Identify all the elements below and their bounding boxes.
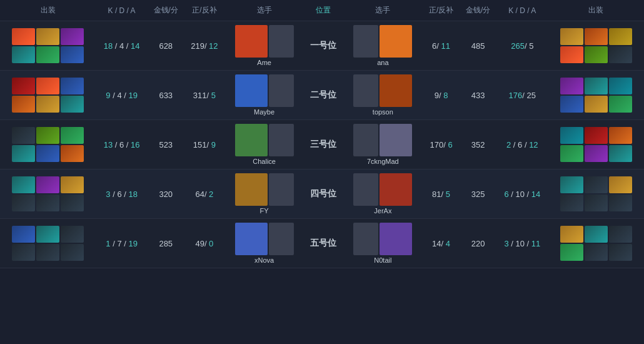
cs-right: 81/ 5: [423, 169, 460, 219]
header-items-left: 出装: [0, 0, 96, 21]
item-slot: [609, 96, 632, 113]
item-slot: [560, 176, 583, 193]
position: 三号位: [304, 120, 343, 169]
player-portraits: [353, 124, 412, 156]
hero-portrait: [235, 74, 268, 107]
cs-left: 64/ 2: [184, 169, 224, 219]
player-name: Ame: [257, 59, 271, 66]
item-slot: [12, 226, 35, 243]
header-gold-left: 金钱/分: [148, 0, 184, 21]
item-slot: [36, 96, 59, 113]
player-name: FY: [260, 207, 269, 215]
kda-right: 265/ 5: [496, 21, 548, 71]
cs-left: 151/ 9: [184, 120, 224, 169]
item-slot: [560, 78, 583, 94]
player-portrait: [269, 124, 294, 156]
item-slot: [61, 127, 84, 144]
items-left: [0, 219, 96, 268]
item-slot: [560, 127, 583, 144]
gold-left: 628: [148, 21, 184, 71]
item-slot: [61, 28, 84, 45]
item-slot: [61, 195, 84, 211]
gold-right: 352: [460, 120, 496, 169]
hero-portrait: [380, 25, 412, 58]
player-cell-right: 7ckngMad: [346, 124, 420, 165]
kda-right: 176/ 25: [496, 71, 548, 120]
kda-left: 13 / 6 / 16: [96, 120, 148, 169]
item-slot: [12, 78, 35, 94]
player-portraits: [353, 223, 412, 255]
hero-portrait: [380, 74, 412, 107]
item-slot: [36, 78, 59, 94]
item-slot: [36, 226, 59, 243]
player-portraits: [235, 74, 294, 107]
player-cell-left: FY: [227, 173, 301, 215]
player-portrait: [353, 74, 378, 107]
position: 五号位: [304, 219, 343, 268]
cs-left: 311/ 5: [184, 71, 224, 120]
player-portrait: [269, 25, 294, 58]
gold-left: 633: [148, 71, 184, 120]
item-slot: [585, 226, 608, 243]
header-position: 位置: [304, 0, 343, 21]
header-player-left: 选手: [224, 0, 304, 21]
player-portrait: [353, 124, 378, 156]
gold-right: 220: [460, 219, 496, 268]
player-cell-right: JerAx: [346, 173, 420, 215]
item-slot: [585, 78, 608, 94]
cs-left: 219/ 12: [184, 21, 224, 71]
hero-portrait: [235, 25, 268, 58]
player-name: ana: [377, 59, 388, 66]
match-table: 出装 K / D / A 金钱/分 正/反补 选手 位置 选手 正/反补 金钱/…: [0, 0, 644, 268]
player-cell-right: ana: [346, 25, 420, 66]
player-portraits: [235, 124, 294, 156]
item-slot: [61, 46, 84, 63]
item-slot: [12, 127, 35, 144]
player-cell-left: xNova: [227, 223, 301, 264]
hero-portrait: [235, 173, 268, 206]
items-left: [0, 71, 96, 120]
items-right: [548, 120, 644, 169]
table-row: 1 / 7 / 19 285 49/ 0 xNova 五号位 N0tail: [0, 219, 644, 268]
player-left: xNova: [224, 219, 304, 268]
gold-right: 325: [460, 169, 496, 219]
table-header: 出装 K / D / A 金钱/分 正/反补 选手 位置 选手 正/反补 金钱/…: [0, 0, 644, 21]
player-portrait: [353, 25, 378, 58]
player-portrait: [269, 74, 294, 107]
player-name: N0tail: [374, 256, 391, 264]
item-slot: [12, 28, 35, 45]
cs-right: 170/ 6: [423, 120, 460, 169]
player-left: Maybe: [224, 71, 304, 120]
player-portrait: [269, 173, 294, 206]
header-items-right: 出装: [548, 0, 644, 21]
player-cell-left: Chalice: [227, 124, 301, 165]
item-slot: [609, 244, 632, 261]
player-name: 7ckngMad: [367, 158, 399, 165]
player-right: N0tail: [343, 219, 423, 268]
player-right: JerAx: [343, 169, 423, 219]
item-slot: [61, 145, 84, 162]
item-slot: [61, 244, 84, 261]
item-slot: [560, 145, 583, 162]
hero-portrait: [380, 223, 412, 255]
player-portraits: [235, 223, 294, 255]
cs-right: 6/ 11: [423, 21, 460, 71]
player-name: xNova: [254, 256, 274, 264]
player-left: FY: [224, 169, 304, 219]
item-slot: [12, 145, 35, 162]
item-slot: [585, 195, 608, 211]
item-slot: [585, 96, 608, 113]
player-cell-left: Maybe: [227, 74, 301, 116]
item-slot: [609, 195, 632, 211]
items-left: [0, 169, 96, 219]
item-slot: [61, 96, 84, 113]
match-table-container: 出装 K / D / A 金钱/分 正/反补 选手 位置 选手 正/反补 金钱/…: [0, 0, 644, 268]
hero-portrait: [235, 223, 268, 255]
items-right: [548, 219, 644, 268]
header-kda-right: K / D / A: [496, 0, 548, 21]
kda-right: 3 / 10 / 11: [496, 219, 548, 268]
item-slot: [560, 46, 583, 63]
items-right: [548, 71, 644, 120]
item-slot: [609, 145, 632, 162]
item-slot: [36, 28, 59, 45]
